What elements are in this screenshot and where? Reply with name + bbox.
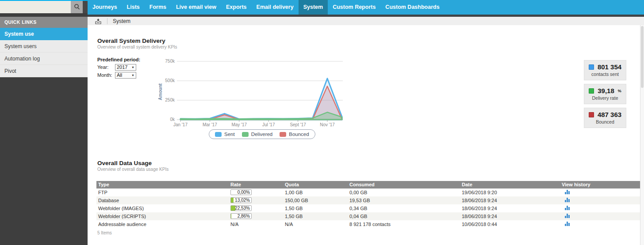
cell-type: Database — [96, 196, 229, 204]
usage-table: TypeRateQuotaConsumedDateView history FT… — [96, 181, 640, 228]
kpi-value: 487 363 — [598, 111, 621, 118]
nav-tab-custom-dashboards[interactable]: Custom Dashboards — [380, 0, 444, 15]
top-navigation: JourneysListsFormsLive email viewExports… — [88, 0, 644, 15]
cell-consumed: 0,00 GB — [348, 188, 460, 196]
kpi-cards: 801 354contacts sent39,18%Delivery rate4… — [584, 60, 626, 132]
sidebar-item-automation-log[interactable]: Automation log — [0, 53, 88, 65]
legend-label: Bounced — [289, 132, 309, 137]
nav-tab-exports[interactable]: Exports — [221, 0, 252, 15]
kpi-color-square — [589, 88, 594, 94]
cell-type: Webfolder (SCRIPTS) — [96, 212, 229, 220]
delivery-section-subtitle: Overview of overall system delivery KPIs — [97, 45, 177, 49]
rate-meter: 0,00% — [230, 189, 252, 195]
cell-quota: 1,00 GB — [283, 188, 348, 196]
cell-quota: 1,50 GB — [283, 212, 348, 220]
bar-chart-icon — [564, 212, 571, 218]
quick-links-header: QUICK LINKS — [0, 17, 88, 28]
table-row: Webfolder (IMAGES)22,53%1,50 GB0,34 GB18… — [96, 204, 640, 212]
bar-chart-icon — [564, 204, 571, 210]
legend-item-bounced[interactable]: Bounced — [280, 132, 309, 137]
nav-tab-email-delivery[interactable]: Email delivery — [252, 0, 299, 15]
rate-meter-text: 2,86% — [238, 214, 250, 219]
cell-consumed: 0,34 GB — [348, 204, 460, 212]
cell-type: Addressable audience — [96, 220, 229, 228]
cell-view-history — [560, 212, 640, 220]
nav-tab-live-email-view[interactable]: Live email view — [171, 0, 221, 15]
sidebar-item-system-use[interactable]: System use — [0, 28, 88, 40]
kpi-value-row: 487 363 — [584, 111, 626, 118]
usage-section-subtitle: Overview of overall data usage KPIs — [97, 167, 169, 172]
cell-rate: N/A — [229, 220, 283, 228]
content-header: System — [88, 17, 644, 25]
cell-rate: 0,00% — [229, 188, 283, 196]
rate-meter: 13,02% — [230, 197, 252, 203]
scrollbar-thumb[interactable] — [641, 26, 644, 88]
cell-rate: 2,86% — [229, 212, 283, 220]
vertical-scrollbar[interactable] — [640, 25, 644, 245]
period-controls: Predefined period: Year: 2017 ▼ Month: A… — [97, 57, 140, 79]
nav-tab-forms[interactable]: Forms — [145, 0, 171, 15]
view-history-button[interactable] — [564, 196, 571, 202]
bar-chart-icon — [564, 220, 571, 226]
rate-meter: 2,86% — [230, 213, 252, 219]
search-bar — [0, 0, 88, 13]
delivery-chart: 0k250k500k750kJan '17Mar '17May '17Jul '… — [154, 53, 357, 132]
legend-swatch — [215, 132, 222, 137]
kpi-label: Bounced — [584, 119, 626, 124]
year-select[interactable]: 2017 ▼ — [115, 64, 136, 71]
bar-chart-icon — [564, 196, 571, 202]
legend-item-delivered[interactable]: Delivered — [242, 132, 273, 137]
cell-view-history — [560, 196, 640, 204]
search-button[interactable] — [71, 1, 83, 13]
kpi-value-row: 801 354 — [584, 63, 626, 71]
cell-view-history — [560, 220, 640, 228]
cell-date: 18/06/2018 9:24 — [460, 212, 560, 220]
svg-text:250k: 250k — [165, 98, 175, 102]
year-label: Year: — [97, 64, 115, 70]
cell-date: 10/06/2018 0:44 — [460, 220, 560, 228]
svg-text:May '17: May '17 — [231, 122, 247, 127]
sidebar-item-system-users[interactable]: System users — [0, 40, 88, 53]
bar-chart-icon — [564, 188, 571, 194]
nav-tab-lists[interactable]: Lists — [122, 0, 145, 15]
column-header-rate: Rate — [229, 181, 283, 188]
chevron-down-icon: ▼ — [131, 66, 134, 69]
view-history-button[interactable] — [564, 204, 571, 210]
rate-meter-fill — [231, 214, 231, 219]
svg-text:750k: 750k — [165, 59, 175, 64]
breadcrumb-divider — [107, 18, 107, 24]
legend-label: Delivered — [251, 132, 273, 137]
kpi-suffix: % — [618, 89, 621, 93]
rate-meter-text: 0,00% — [238, 190, 250, 195]
svg-text:0k: 0k — [170, 117, 175, 122]
sidebar: QUICK LINKS System useSystem usersAutoma… — [0, 13, 88, 245]
view-history-button[interactable] — [564, 212, 571, 218]
usage-section-title: Overall Data Usage — [97, 160, 152, 166]
table-row: FTP0,00%1,00 GB0,00 GB19/06/2018 9:20 — [96, 188, 640, 196]
cell-quota: N/A — [283, 220, 348, 228]
column-header-consumed: Consumed — [348, 181, 460, 188]
nav-tab-system[interactable]: System — [299, 0, 328, 15]
legend-label: Sent — [224, 132, 235, 137]
main-content: Overall System Delivery Overview of over… — [88, 25, 644, 245]
legend-item-sent[interactable]: Sent — [215, 132, 235, 137]
usage-table-header: TypeRateQuotaConsumedDateView history — [96, 181, 640, 188]
nav-tab-custom-reports[interactable]: Custom Reports — [328, 0, 380, 15]
view-history-button[interactable] — [564, 220, 571, 226]
view-history-button[interactable] — [564, 188, 571, 194]
nav-tab-journeys[interactable]: Journeys — [88, 0, 122, 15]
kpi-value-row: 39,18% — [584, 87, 626, 94]
table-row: Webfolder (SCRIPTS)2,86%1,50 GB0,04 GB18… — [96, 212, 640, 220]
svg-text:Jul '17: Jul '17 — [262, 122, 275, 127]
rate-meter: 22,53% — [230, 205, 252, 211]
usage-table-body: FTP0,00%1,00 GB0,00 GB19/06/2018 9:20Dat… — [96, 188, 640, 228]
search-input[interactable] — [0, 1, 71, 13]
cell-date: 19/06/2018 9:20 — [460, 188, 560, 196]
sidebar-item-pivot[interactable]: Pivot — [0, 65, 88, 77]
legend-swatch — [242, 132, 249, 137]
cell-view-history — [560, 204, 640, 212]
system-icon — [95, 18, 102, 24]
kpi-label: contacts sent — [584, 72, 626, 77]
month-select[interactable]: All ▼ — [115, 72, 136, 79]
cell-consumed: 19,53 GB — [348, 196, 460, 204]
